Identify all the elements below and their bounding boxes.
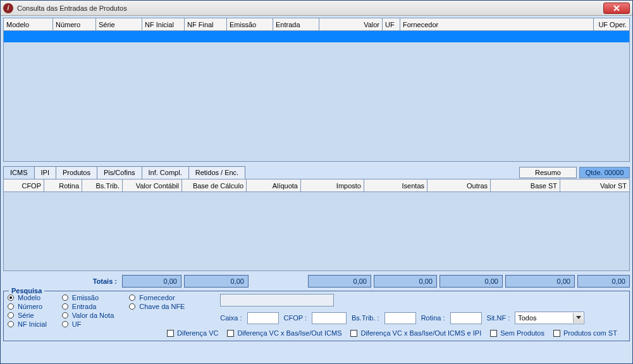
radio-label: Emissão (72, 294, 99, 301)
radio-col-3: Fornecedor Chave da NFE (129, 294, 205, 328)
total-base-calculo: 0,00 (184, 275, 249, 288)
total-valor-st: 0,00 (577, 275, 630, 288)
close-button[interactable] (603, 3, 630, 14)
col-nf-inicial[interactable]: NF Inicial (142, 18, 185, 30)
check-label: Sem Produtos (500, 329, 544, 337)
label-rotina: Rotina : (421, 314, 445, 322)
pesquisa-legend: Pesquisa (9, 287, 44, 294)
check-diferenca-vc[interactable]: Diferença VC (167, 329, 218, 337)
col-valor[interactable]: Valor (319, 18, 383, 30)
chevron-down-icon (573, 313, 583, 323)
icms-grid[interactable]: CFOP Rotina Bs.Trib. Valor Contábil Base… (3, 179, 630, 271)
col-outras[interactable]: Outras (427, 179, 491, 191)
tab-pis-cofins[interactable]: Pis/Cofins (97, 166, 142, 179)
selected-row[interactable] (4, 31, 629, 42)
check-dif-vc-icms-ipi[interactable]: Diferença VC x Bas/Ise/Out ICMS e IPI (350, 329, 481, 337)
tab-retidos-enc[interactable]: Retidos / Enc. (188, 166, 245, 179)
total-imposto: 0,00 (308, 275, 371, 288)
col-cfop[interactable]: CFOP (4, 179, 44, 191)
check-label: Diferença VC (177, 329, 218, 337)
detail-tabs: ICMS IPI Produtos Pis/Cofins Inf. Compl.… (3, 166, 245, 179)
sitnf-value: Todos (518, 314, 536, 322)
check-label: Diferença VC x Bas/Ise/Out ICMS (237, 329, 341, 337)
col-imposto[interactable]: Imposto (301, 179, 364, 191)
tab-icms[interactable]: ICMS (3, 166, 35, 179)
radio-serie[interactable]: Série (8, 312, 47, 319)
radio-label: Entrada (72, 303, 97, 310)
check-label: Produtos com ST (563, 329, 617, 337)
pesquisa-preview (220, 294, 334, 306)
total-isentas: 0,00 (374, 275, 437, 288)
total-valor-contabil: 0,00 (122, 275, 181, 288)
col-modelo[interactable]: Modelo (4, 18, 53, 30)
radio-modelo[interactable]: Modelo (8, 294, 47, 301)
entradas-grid-body[interactable] (4, 31, 629, 161)
entradas-grid-header: Modelo Número Série NF Inicial NF Final … (4, 18, 629, 31)
window-title: Consulta das Entradas de Produtos (17, 4, 127, 12)
radio-nf-inicial[interactable]: NF Inicial (8, 320, 47, 328)
col-entrada[interactable]: Entrada (273, 18, 319, 30)
col-base-st[interactable]: Base ST (491, 179, 560, 191)
radio-col-1: Modelo Número Série NF Inicial (8, 294, 47, 328)
col-nf-final[interactable]: NF Final (185, 18, 227, 30)
col-uf[interactable]: UF (383, 18, 400, 30)
radio-fornecedor[interactable]: Fornecedor (129, 294, 205, 301)
radio-uf[interactable]: UF (62, 320, 114, 328)
col-aliquota[interactable]: Alíquota (247, 179, 301, 191)
bstrib-input[interactable] (384, 312, 416, 324)
col-rotina[interactable]: Rotina (44, 179, 82, 191)
col-isentas[interactable]: Isentas (364, 179, 427, 191)
close-icon (613, 5, 620, 11)
check-sem-produtos[interactable]: Sem Produtos (490, 329, 544, 337)
total-outras: 0,00 (439, 275, 503, 288)
radio-numero[interactable]: Número (8, 303, 47, 310)
radio-entrada[interactable]: Entrada (62, 303, 114, 310)
col-base-calculo[interactable]: Base de Cálculo (182, 179, 247, 191)
check-dif-vc-icms[interactable]: Diferença VC x Bas/Ise/Out ICMS (227, 329, 341, 337)
label-cfop: CFOP : (284, 314, 307, 322)
radio-label: Número (18, 303, 42, 310)
tab-inf-compl[interactable]: Inf. Compl. (142, 166, 189, 179)
rotina-input[interactable] (450, 312, 482, 324)
title-bar: i Consulta das Entradas de Produtos (1, 1, 632, 16)
label-sitnf: Sit.NF : (487, 314, 510, 322)
sitnf-select[interactable]: Todos (515, 312, 584, 324)
check-produtos-com-st[interactable]: Produtos com ST (553, 329, 617, 337)
app-icon: i (3, 3, 13, 13)
tabs-row: ICMS IPI Produtos Pis/Cofins Inf. Compl.… (1, 164, 632, 179)
window: i Consulta das Entradas de Produtos Mode… (0, 0, 633, 364)
radio-label: NF Inicial (18, 320, 47, 328)
label-caixa: Caixa : (220, 314, 242, 322)
col-valor-st[interactable]: Valor ST (560, 179, 629, 191)
total-base-st: 0,00 (505, 275, 575, 288)
radio-col-2: Emissão Entrada Valor da Nota UF (62, 294, 114, 328)
tab-produtos[interactable]: Produtos (56, 166, 97, 179)
pesquisa-fieldset: Pesquisa Modelo Número Série NF Inicial … (3, 291, 630, 341)
qtde-box: Qtde. 00000 (579, 167, 630, 178)
label-bstrib: Bs.Trib. : (352, 314, 379, 322)
radio-label: Valor da Nota (72, 312, 114, 319)
radio-label: Chave da NFE (139, 303, 185, 310)
radio-label: Série (18, 312, 34, 319)
entradas-grid[interactable]: Modelo Número Série NF Inicial NF Final … (3, 18, 630, 162)
col-bstrib[interactable]: Bs.Trib. (82, 179, 123, 191)
pesquisa-checks: Diferença VC Diferença VC x Bas/Ise/Out … (167, 329, 625, 337)
col-fornecedor[interactable]: Fornecedor (400, 18, 594, 30)
radio-emissao[interactable]: Emissão (62, 294, 114, 301)
check-label: Diferença VC x Bas/Ise/Out ICMS e IPI (360, 329, 481, 337)
col-serie[interactable]: Série (96, 18, 142, 30)
radio-valor-nota[interactable]: Valor da Nota (62, 312, 114, 319)
radio-label: Fornecedor (139, 294, 175, 301)
icms-grid-header: CFOP Rotina Bs.Trib. Valor Contábil Base… (4, 179, 629, 192)
col-emissao[interactable]: Emissão (227, 18, 273, 30)
radio-chave-nfe[interactable]: Chave da NFE (129, 303, 205, 310)
col-numero[interactable]: Número (53, 18, 96, 30)
icms-grid-body[interactable] (4, 192, 629, 270)
col-valor-contabil[interactable]: Valor Contábil (123, 179, 182, 191)
cfop-input[interactable] (312, 312, 347, 324)
caixa-input[interactable] (247, 312, 279, 324)
col-uf-oper[interactable]: UF Oper. (594, 18, 629, 30)
resumo-button[interactable]: Resumo (519, 167, 577, 178)
radio-label: UF (72, 320, 82, 328)
tab-ipi[interactable]: IPI (34, 166, 56, 179)
